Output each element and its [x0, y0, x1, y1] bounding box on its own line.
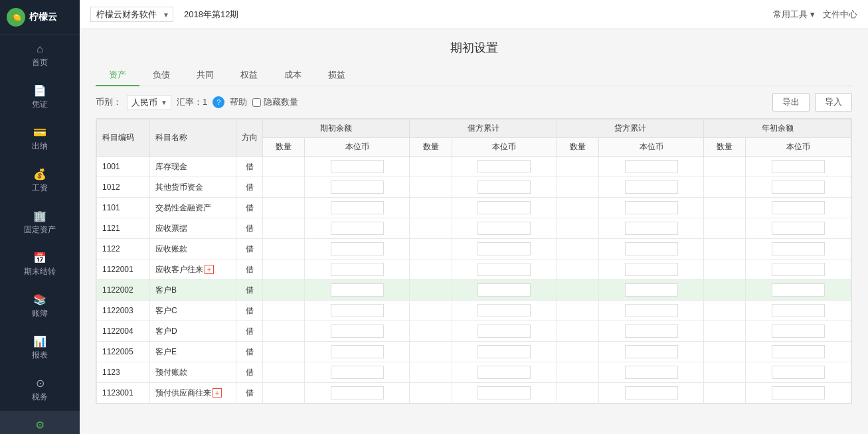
- yo-amt-input[interactable]: [772, 160, 825, 173]
- ob-amt-input[interactable]: [331, 201, 384, 214]
- col-cc-amt[interactable]: [599, 321, 704, 342]
- file-center-link[interactable]: 文件中心: [823, 9, 857, 21]
- col-ob-amt[interactable]: [305, 239, 410, 259]
- dc-amt-input[interactable]: [477, 242, 531, 255]
- col-yo-amt[interactable]: [746, 280, 851, 301]
- col-cc-amt[interactable]: [599, 342, 704, 362]
- yo-amt-input[interactable]: [772, 283, 825, 297]
- tab-liabilities[interactable]: 负债: [139, 65, 183, 86]
- yo-amt-input[interactable]: [772, 181, 825, 194]
- cc-amt-input[interactable]: [625, 160, 678, 173]
- ob-amt-input[interactable]: [331, 325, 384, 338]
- ob-amt-input[interactable]: [331, 345, 384, 358]
- dc-amt-input[interactable]: [477, 366, 531, 379]
- help-button[interactable]: ?: [213, 96, 224, 108]
- sidebar-item-tax[interactable]: ⊙税务: [0, 369, 80, 411]
- sidebar-item-fixed_assets[interactable]: 🏢固定资产: [0, 202, 80, 244]
- col-yo-amt[interactable]: [746, 177, 851, 198]
- cc-amt-input[interactable]: [625, 283, 678, 297]
- tab-cost[interactable]: 成本: [271, 65, 315, 86]
- col-dc-amt[interactable]: [452, 157, 557, 177]
- col-dc-amt[interactable]: [452, 259, 557, 280]
- col-dc-amt[interactable]: [452, 198, 557, 218]
- ob-amt-input[interactable]: [331, 386, 384, 399]
- col-dc-amt[interactable]: [452, 321, 557, 342]
- sidebar-item-reports[interactable]: 📊报表: [0, 327, 80, 369]
- tab-assets[interactable]: 资产: [96, 65, 139, 86]
- sidebar-item-period_end[interactable]: 📅期末结转: [0, 244, 80, 285]
- yo-amt-input[interactable]: [772, 201, 825, 214]
- ob-amt-input[interactable]: [331, 263, 384, 276]
- tab-common[interactable]: 共同: [183, 65, 227, 86]
- col-yo-amt[interactable]: [746, 198, 851, 218]
- hide-qty-checkbox[interactable]: [252, 98, 261, 107]
- col-cc-amt[interactable]: [599, 362, 704, 383]
- add-sub-account-button[interactable]: +: [205, 265, 214, 274]
- cc-amt-input[interactable]: [625, 222, 678, 235]
- col-dc-amt[interactable]: [452, 362, 557, 383]
- col-yo-amt[interactable]: [746, 321, 851, 342]
- cc-amt-input[interactable]: [625, 386, 678, 399]
- col-dc-amt[interactable]: [452, 239, 557, 259]
- dc-amt-input[interactable]: [477, 263, 531, 276]
- cc-amt-input[interactable]: [625, 242, 678, 255]
- dc-amt-input[interactable]: [477, 345, 531, 358]
- sidebar-item-cashier[interactable]: 💳出纳: [0, 118, 80, 160]
- col-cc-amt[interactable]: [599, 301, 704, 321]
- cc-amt-input[interactable]: [625, 263, 678, 276]
- col-ob-amt[interactable]: [305, 321, 410, 342]
- sidebar-item-payroll[interactable]: 💰工资: [0, 160, 80, 202]
- tab-equity[interactable]: 权益: [227, 65, 271, 86]
- col-yo-amt[interactable]: [746, 301, 851, 321]
- yo-amt-input[interactable]: [772, 345, 825, 358]
- yo-amt-input[interactable]: [772, 386, 825, 399]
- yo-amt-input[interactable]: [772, 325, 825, 338]
- cc-amt-input[interactable]: [625, 304, 678, 317]
- col-cc-amt[interactable]: [599, 259, 704, 280]
- col-cc-amt[interactable]: [599, 383, 704, 403]
- col-cc-amt[interactable]: [599, 157, 704, 177]
- sidebar-item-voucher[interactable]: 📄凭证: [0, 76, 80, 118]
- col-dc-amt[interactable]: [452, 383, 557, 403]
- sidebar-item-home[interactable]: ⌂首页: [0, 35, 80, 76]
- col-cc-amt[interactable]: [599, 239, 704, 259]
- col-ob-amt[interactable]: [305, 157, 410, 177]
- col-yo-amt[interactable]: [746, 157, 851, 177]
- dc-amt-input[interactable]: [477, 222, 531, 235]
- import-button[interactable]: 导入: [815, 93, 852, 111]
- col-yo-amt[interactable]: [746, 259, 851, 280]
- ob-amt-input[interactable]: [331, 304, 384, 317]
- company-select[interactable]: 柠檬云财务软件: [90, 7, 173, 22]
- yo-amt-input[interactable]: [772, 366, 825, 379]
- cc-amt-input[interactable]: [625, 366, 678, 379]
- yo-amt-input[interactable]: [772, 304, 825, 317]
- yo-amt-input[interactable]: [772, 242, 825, 255]
- col-dc-amt[interactable]: [452, 177, 557, 198]
- col-ob-amt[interactable]: [305, 301, 410, 321]
- col-cc-amt[interactable]: [599, 218, 704, 239]
- dc-amt-input[interactable]: [477, 201, 531, 214]
- ob-amt-input[interactable]: [331, 160, 384, 173]
- ob-amt-input[interactable]: [331, 366, 384, 379]
- dc-amt-input[interactable]: [477, 160, 531, 173]
- col-dc-amt[interactable]: [452, 280, 557, 301]
- export-button[interactable]: 导出: [772, 93, 810, 111]
- col-dc-amt[interactable]: [452, 218, 557, 239]
- col-yo-amt[interactable]: [746, 239, 851, 259]
- col-ob-amt[interactable]: [305, 177, 410, 198]
- ob-amt-input[interactable]: [331, 283, 384, 297]
- col-cc-amt[interactable]: [599, 198, 704, 218]
- col-ob-amt[interactable]: [305, 198, 410, 218]
- cc-amt-input[interactable]: [625, 201, 678, 214]
- dc-amt-input[interactable]: [477, 181, 531, 194]
- company-select-wrapper[interactable]: 柠檬云财务软件 ▼: [90, 7, 173, 22]
- currency-select[interactable]: 人民币: [127, 95, 171, 110]
- yo-amt-input[interactable]: [772, 263, 825, 276]
- col-ob-amt[interactable]: [305, 342, 410, 362]
- col-ob-amt[interactable]: [305, 218, 410, 239]
- ob-amt-input[interactable]: [331, 181, 384, 194]
- col-yo-amt[interactable]: [746, 218, 851, 239]
- ob-amt-input[interactable]: [331, 222, 384, 235]
- col-ob-amt[interactable]: [305, 362, 410, 383]
- col-ob-amt[interactable]: [305, 383, 410, 403]
